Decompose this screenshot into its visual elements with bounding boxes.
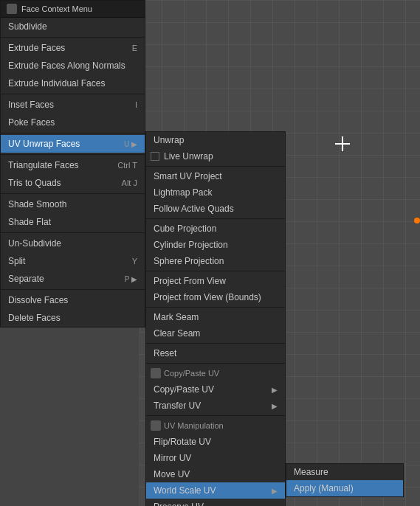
menu-item-label: Unwrap xyxy=(154,135,184,145)
submenu-transfer-uv[interactable]: Transfer UV ▶ xyxy=(146,398,285,414)
menu-item-label: Shade Smooth xyxy=(8,199,66,209)
submenu-smart-uv[interactable]: Smart UV Project xyxy=(146,168,285,184)
submenu2-apply-manual[interactable]: Apply (Manual) xyxy=(286,480,403,496)
menu-item-label: Preserve UV xyxy=(154,502,204,506)
menu-item-label: Tris to Quads xyxy=(8,178,61,188)
menu-item-label: Mirror UV xyxy=(154,453,191,463)
menu-item-label: Reset xyxy=(154,348,176,358)
submenu2-measure[interactable]: Measure xyxy=(286,464,403,480)
menu-title: Face Context Menu xyxy=(1,1,145,18)
submenu-project-from-view[interactable]: Project From View xyxy=(146,273,285,289)
section-copy-paste-uv: Copy/Paste UV xyxy=(146,365,285,381)
menu-item-triangulate[interactable]: Triangulate Faces Ctrl T xyxy=(1,156,145,174)
menu-item-label: Shade Flat xyxy=(8,217,51,227)
shortcut-e: E xyxy=(132,44,137,52)
submenu-flip-rotate[interactable]: Flip/Rotate UV xyxy=(146,434,285,450)
menu-item-label: Dissolve Faces xyxy=(8,295,68,305)
menu-item-label: Un-Subdivide xyxy=(8,238,61,249)
menu-item-label: Copy/Paste UV xyxy=(154,384,214,395)
shortcut-altj: Alt J xyxy=(122,179,137,187)
submenu-copypaste-uv[interactable]: Copy/Paste UV ▶ xyxy=(146,381,285,398)
menu-item-label: Flip/Rotate UV xyxy=(154,437,211,447)
menu-item-inset[interactable]: Inset Faces I xyxy=(1,96,145,114)
submenu-lightmap[interactable]: Lightmap Pack xyxy=(146,184,285,201)
submenu-sphere-proj[interactable]: Sphere Projection xyxy=(146,253,285,269)
uv-manip-icon xyxy=(151,420,161,431)
submenu-live-unwrap[interactable]: Live Unwrap xyxy=(146,148,285,164)
menu-item-label: Poke Faces xyxy=(8,117,55,128)
arrow-icon: ▶ xyxy=(272,402,278,410)
menu-item-tris-quads[interactable]: Tris to Quads Alt J xyxy=(1,174,145,192)
menu-item-split[interactable]: Split Y xyxy=(1,252,145,270)
submenu-reset[interactable]: Reset xyxy=(146,345,285,361)
menu-item-poke[interactable]: Poke Faces xyxy=(1,114,145,131)
menu-item-label: Separate xyxy=(8,274,44,284)
submenu-cube-proj[interactable]: Cube Projection xyxy=(146,221,285,237)
menu-item-unsubdivide[interactable]: Un-Subdivide xyxy=(1,235,145,252)
submenu-follow-active[interactable]: Follow Active Quads xyxy=(146,201,285,217)
menu-item-shade-smooth[interactable]: Shade Smooth xyxy=(1,195,145,213)
divider xyxy=(1,37,145,38)
menu-item-extrude-faces[interactable]: Extrude Faces E xyxy=(1,39,145,57)
divider xyxy=(146,363,285,364)
divider xyxy=(1,133,145,134)
submenu-move-uv[interactable]: Move UV xyxy=(146,466,285,482)
menu-item-delete[interactable]: Delete Faces xyxy=(1,309,145,327)
menu-item-label: Sphere Projection xyxy=(154,256,224,266)
world-scale-submenu: Measure Apply (Manual) xyxy=(286,463,404,497)
menu-item-label: World Scale UV xyxy=(154,485,216,496)
divider xyxy=(146,415,285,416)
menu-item-label: Inset Faces xyxy=(8,100,54,110)
divider xyxy=(1,232,145,233)
menu-item-label: Project from View (Bounds) xyxy=(154,292,261,302)
submenu-mark-seam[interactable]: Mark Seam xyxy=(146,309,285,325)
divider xyxy=(146,343,285,344)
divider xyxy=(1,289,145,290)
menu-title-label: Face Context Menu xyxy=(21,4,92,13)
menu-item-label: Extrude Individual Faces xyxy=(8,78,105,89)
divider xyxy=(146,218,285,219)
submenu-mirror-uv[interactable]: Mirror UV xyxy=(146,450,285,466)
submenu-world-scale-uv[interactable]: World Scale UV ▶ xyxy=(146,482,285,499)
menu-item-label: Extrude Faces xyxy=(8,43,65,53)
menu-item-label: Split xyxy=(8,256,25,266)
menu-item-label: Apply (Manual) xyxy=(294,483,354,493)
menu-item-separate[interactable]: Separate P ▶ xyxy=(1,270,145,288)
menu-item-uv-unwrap[interactable]: UV Unwrap Faces U ▶ xyxy=(1,135,145,153)
menu-item-label: Delete Faces xyxy=(8,313,61,323)
divider xyxy=(146,307,285,308)
submenu-project-from-view-bounds[interactable]: Project from View (Bounds) xyxy=(146,289,285,305)
divider xyxy=(1,193,145,194)
submenu-clear-seam[interactable]: Clear Seam xyxy=(146,325,285,342)
divider xyxy=(146,271,285,271)
menu-item-label: Project From View xyxy=(154,276,226,286)
submenu-preserve-uv[interactable]: Preserve UV xyxy=(146,499,285,506)
uv-submenu: Unwrap Live Unwrap Smart UV Project Ligh… xyxy=(145,131,286,506)
copy-paste-icon xyxy=(151,368,161,378)
divider xyxy=(1,154,145,155)
divider xyxy=(146,166,285,167)
menu-item-dissolve[interactable]: Dissolve Faces xyxy=(1,291,145,309)
arrow-icon: ▶ xyxy=(272,386,278,394)
orange-dot xyxy=(414,218,420,223)
menu-item-label: Cube Projection xyxy=(154,223,216,234)
submenu-cylinder-proj[interactable]: Cylinder Projection xyxy=(146,237,285,253)
menu-item-label: Mark Seam xyxy=(154,312,199,322)
shortcut-i: I xyxy=(135,100,137,109)
menu-item-label: Transfer UV xyxy=(154,401,201,411)
crosshair xyxy=(335,136,350,151)
menu-item-extrude-individual[interactable]: Extrude Individual Faces xyxy=(1,74,145,92)
arrow-icon: U ▶ xyxy=(124,140,137,148)
menu-item-label: Smart UV Project xyxy=(154,171,222,181)
live-unwrap-checkbox[interactable] xyxy=(151,152,159,161)
menu-item-label: Live Unwrap xyxy=(164,151,213,162)
menu-item-extrude-normals[interactable]: Extrude Faces Along Normals xyxy=(1,57,145,74)
menu-item-subdivide[interactable]: Subdivide xyxy=(1,18,145,35)
menu-item-label: Clear Seam xyxy=(154,328,200,339)
face-context-icon xyxy=(7,4,17,14)
menu-item-label: UV Unwrap Faces xyxy=(8,139,80,149)
menu-item-shade-flat[interactable]: Shade Flat xyxy=(1,213,145,231)
menu-item-label: Measure xyxy=(294,467,328,477)
menu-item-label: Cylinder Projection xyxy=(154,240,228,250)
submenu-unwrap[interactable]: Unwrap xyxy=(146,132,285,148)
